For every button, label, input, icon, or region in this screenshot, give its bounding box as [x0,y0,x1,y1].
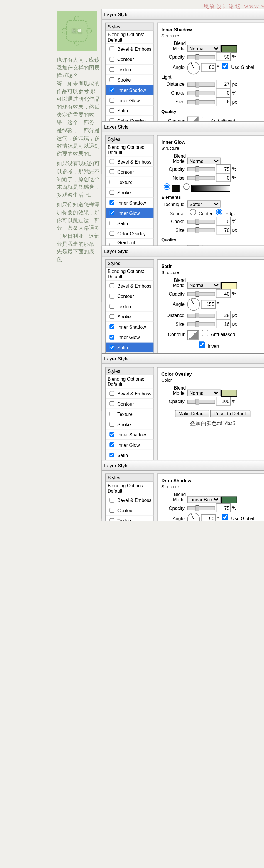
fx-checkbox[interactable] [109,211,114,215]
fx-checkbox[interactable] [109,391,114,396]
fx-checkbox[interactable] [109,422,114,427]
fx-row-stroke[interactable]: Stroke [106,187,154,197]
fx-row-contour[interactable]: Contour [106,291,154,302]
angle-dial[interactable] [187,513,200,521]
fx-row-contour[interactable]: Contour [106,54,154,65]
fx-checkbox[interactable] [109,314,114,319]
fx-row-bevel-emboss[interactable]: Bevel & Emboss [106,281,154,291]
source-edge-radio[interactable] [216,209,223,215]
gradient-radio[interactable] [183,183,190,190]
titlebar[interactable]: Layer Style─□× [102,460,264,470]
fx-row-inner-shadow[interactable]: Inner Shadow [106,197,154,208]
size-input[interactable] [216,97,231,106]
fx-checkbox[interactable] [109,180,114,185]
fx-row-contour[interactable]: Contour [106,167,154,177]
opacity-input[interactable] [216,289,231,298]
fx-checkbox[interactable] [109,283,114,288]
distance-slider[interactable] [187,314,215,318]
gradient-picker[interactable] [191,185,230,192]
fx-row-stroke[interactable]: Stroke [106,419,154,429]
fx-row-texture[interactable]: Texture [106,516,154,521]
fx-row-color-overlay[interactable]: Color Overlay [106,228,154,239]
fx-row-contour[interactable]: Contour [106,399,154,409]
noise-input[interactable] [216,173,231,182]
fx-checkbox[interactable] [109,508,114,513]
distance-input[interactable] [216,80,231,89]
fx-checkbox[interactable] [109,108,114,113]
size-slider[interactable] [187,100,215,104]
size-slider[interactable] [187,322,215,327]
fx-row-satin[interactable]: Satin [106,450,154,460]
fx-checkbox[interactable] [109,46,114,51]
fx-checkbox[interactable] [109,98,114,103]
blend-mode-select[interactable]: Linear Burn [187,496,220,503]
color-swatch[interactable] [172,185,179,192]
styles-header[interactable]: Styles [106,474,154,482]
fx-checkbox[interactable] [109,442,114,447]
fx-checkbox[interactable] [109,293,114,299]
opacity-slider[interactable] [187,400,215,404]
noise-slider[interactable] [187,176,215,180]
angle-dial[interactable] [187,298,200,311]
blending-options-row[interactable]: Blending Options: Default [106,268,154,281]
fx-row-inner-glow[interactable]: Inner Glow [106,95,154,106]
fx-row-texture[interactable]: Texture [106,409,154,419]
opacity-slider[interactable] [187,507,215,510]
styles-header[interactable]: Styles [106,260,154,268]
opacity-input[interactable] [216,164,231,173]
fx-checkbox[interactable] [109,335,114,340]
distance-slider[interactable] [187,83,215,87]
fx-row-inner-glow[interactable]: Inner Glow [106,332,154,343]
titlebar[interactable]: Layer Style─□× [102,9,264,20]
opacity-input[interactable] [216,53,231,61]
fx-checkbox[interactable] [109,169,114,174]
choke-slider[interactable] [187,220,215,224]
color-swatch[interactable] [222,390,237,397]
titlebar[interactable]: Layer Style─□× [102,122,264,132]
blending-options-row[interactable]: Blending Options: Default [106,31,154,44]
fx-row-satin[interactable]: Satin [106,106,154,116]
size-input[interactable] [216,320,231,329]
fx-checkbox[interactable] [109,518,114,521]
fx-checkbox[interactable] [109,77,114,82]
distance-input[interactable] [216,311,231,320]
fx-checkbox[interactable] [109,57,114,62]
fx-checkbox[interactable] [109,304,114,309]
fx-row-stroke[interactable]: Stroke [106,75,154,85]
fx-checkbox[interactable] [109,411,114,416]
technique-select[interactable]: Softer [187,201,220,208]
fx-row-stroke[interactable]: Stroke [106,312,154,322]
angle-input[interactable] [201,63,216,72]
global-light-checkbox[interactable] [222,514,229,521]
styles-header[interactable]: Styles [106,135,154,144]
styles-header[interactable]: Styles [106,23,154,31]
fx-row-satin[interactable]: Satin [106,343,154,353]
opacity-slider[interactable] [187,292,215,296]
fx-row-inner-glow[interactable]: Inner Glow [106,208,154,218]
size-slider[interactable] [187,229,215,232]
choke-input[interactable] [216,89,231,97]
fx-checkbox[interactable] [109,401,114,406]
global-light-checkbox[interactable] [222,63,229,69]
fx-checkbox[interactable] [109,221,114,226]
opacity-slider[interactable] [187,56,215,59]
fx-row-texture[interactable]: Texture [106,65,154,75]
fx-row-texture[interactable]: Texture [106,302,154,312]
contour-picker[interactable] [187,330,199,340]
color-swatch[interactable] [222,46,237,53]
fx-row-inner-glow[interactable]: Inner Glow [106,440,154,450]
opacity-input[interactable] [216,504,231,513]
fx-checkbox[interactable] [109,324,114,329]
make-default-button[interactable]: Make Default [175,410,209,417]
choke-slider[interactable] [187,92,215,95]
fx-row-texture[interactable]: Texture [106,177,154,187]
invert-checkbox[interactable] [199,341,205,348]
fx-row-contour[interactable]: Contour [106,505,154,516]
angle-input[interactable] [201,300,216,309]
source-center-radio[interactable] [190,209,196,215]
fx-checkbox[interactable] [109,159,114,164]
fx-checkbox[interactable] [109,231,114,236]
antialiased-checkbox[interactable] [202,330,208,336]
fx-row-bevel-emboss[interactable]: Bevel & Emboss [106,495,154,505]
blend-mode-select[interactable]: Normal [187,390,220,396]
